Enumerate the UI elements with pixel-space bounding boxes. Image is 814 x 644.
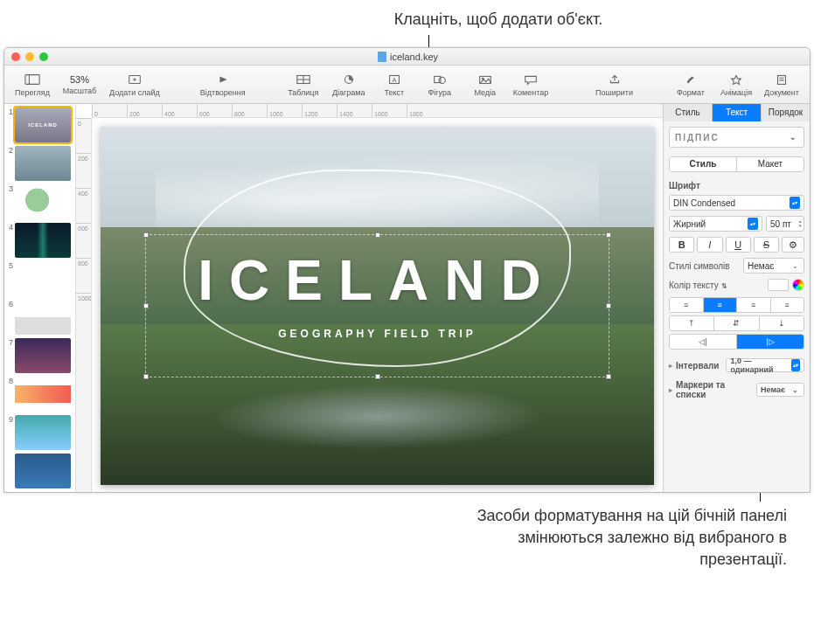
value: Немає <box>761 385 785 394</box>
resize-handle[interactable] <box>606 303 611 308</box>
color-swatch[interactable] <box>768 279 789 291</box>
chevron-down-icon: ⌄ <box>790 133 798 142</box>
play-button[interactable]: Відтворення <box>197 71 249 99</box>
color-wheel-icon[interactable] <box>792 279 804 291</box>
outdent-button[interactable]: ◁| <box>670 335 737 349</box>
font-section-label: Шрифт <box>669 181 804 190</box>
v-align-indent-row: ⤒ ⇵ ⤓ <box>669 315 804 331</box>
indent-button[interactable]: |▷ <box>737 335 804 349</box>
zoom-value: 53% <box>70 74 89 85</box>
slide[interactable]: ICELAND GEOGRAPHY FIELD TRIP <box>101 127 654 485</box>
font-advanced-button[interactable]: ⚙︎ <box>782 237 804 253</box>
label: Формат <box>677 88 705 97</box>
font-weight-select[interactable]: Жирний ▴▾ <box>669 216 762 232</box>
bullets-disclosure[interactable]: ▸ Маркери та списки Немає ⌄ <box>669 380 804 399</box>
canvas[interactable]: 020040060080010001200140016001800 020040… <box>76 104 663 492</box>
slide-thumb-5[interactable]: 5 <box>6 261 73 296</box>
font-size-input[interactable]: 50 пт ▴▾ <box>766 216 804 232</box>
tab-text[interactable]: Текст <box>713 104 762 121</box>
font-family-select[interactable]: DIN Condensed ▴▾ <box>669 195 804 211</box>
slide-thumb-2[interactable]: 2 <box>6 146 73 181</box>
thumb-image <box>15 184 71 219</box>
slide-thumb-6[interactable]: 6 <box>6 300 73 335</box>
resize-handle[interactable] <box>606 374 611 379</box>
label: Перегляд <box>15 88 50 97</box>
media-button[interactable]: Медіа <box>464 71 506 99</box>
label: Додати слайд <box>109 88 160 97</box>
tab-arrange[interactable]: Порядок <box>762 104 810 121</box>
slide-thumb-1[interactable]: 1 <box>6 107 73 142</box>
toolbar: Перегляд 53% Масштаб Додати слайд Відтво… <box>4 66 810 104</box>
thumb-image <box>15 454 71 488</box>
resize-handle[interactable] <box>606 232 611 238</box>
align-center-button[interactable]: ≡ <box>704 298 738 312</box>
font-style-buttons: B I U S ⚙︎ <box>669 237 804 253</box>
selection-box[interactable] <box>145 234 610 377</box>
resize-handle[interactable] <box>375 374 380 379</box>
subtabs: Стиль Макет <box>669 156 804 172</box>
triangle-right-icon: ▸ <box>669 386 672 394</box>
gear-icon: ⚙︎ <box>789 239 797 251</box>
chevron-down-icon: ⌄ <box>790 384 800 396</box>
thumb-image <box>15 146 71 181</box>
underline-button[interactable]: U <box>726 237 751 253</box>
comment-button[interactable]: Коментар <box>510 71 552 99</box>
paragraph-style-picker[interactable]: ПІДПИС ⌄ <box>669 127 804 148</box>
slide-thumb-4[interactable]: 4 <box>6 223 73 258</box>
slide-thumb-3[interactable]: 3 <box>6 184 73 219</box>
tab-style[interactable]: Стиль <box>664 104 713 121</box>
align-left-button[interactable]: ≡ <box>670 298 704 312</box>
slide-thumb-7[interactable]: 7 <box>6 338 73 373</box>
subtab-style[interactable]: Стиль <box>670 157 737 171</box>
share-button[interactable]: Поширити <box>592 71 637 99</box>
char-styles-select[interactable]: Немає ⌄ <box>743 258 804 274</box>
slide-thumb-8[interactable]: 8 <box>6 377 73 412</box>
resize-handle[interactable] <box>143 374 149 379</box>
updown-icon: ▴▾ <box>790 197 800 209</box>
thumb-image <box>15 300 71 335</box>
bullets-select[interactable]: Немає ⌄ <box>756 383 804 397</box>
spacing-select[interactable]: 1,0 — одинарний ▴▾ <box>726 358 804 372</box>
maximize-icon[interactable] <box>39 52 48 61</box>
resize-handle[interactable] <box>375 232 380 238</box>
svg-point-13 <box>439 77 445 83</box>
slide-thumb-9[interactable]: 9 <box>6 415 73 450</box>
chart-icon <box>340 73 358 87</box>
stepper-icon[interactable]: ▴▾ <box>799 219 802 228</box>
slide-navigator[interactable]: 1 2 3 4 5 6 7 8 9 <box>4 104 76 492</box>
spacing-disclosure[interactable]: ▸ Інтервали 1,0 — одинарний ▴▾ <box>669 358 804 372</box>
title-text: iceland.key <box>390 52 438 62</box>
chart-button[interactable]: Діаграма <box>328 71 370 99</box>
align-bottom-button[interactable]: ⤓ <box>760 316 804 330</box>
format-button[interactable]: Формат <box>670 71 712 99</box>
brush-icon <box>682 73 699 87</box>
slide-number: 2 <box>6 146 13 155</box>
slide-thumb-10[interactable] <box>6 454 73 488</box>
svg-text:A: A <box>392 75 396 83</box>
minimize-icon[interactable] <box>25 52 34 61</box>
align-right-button[interactable]: ≡ <box>737 298 771 312</box>
updown-icon: ▴▾ <box>748 218 758 230</box>
animate-button[interactable]: Анімація <box>715 71 757 99</box>
align-top-button[interactable]: ⤒ <box>670 316 714 330</box>
shape-button[interactable]: Фігура <box>419 71 461 99</box>
view-button[interactable]: Перегляд <box>11 71 53 99</box>
resize-handle[interactable] <box>143 232 149 238</box>
callout-text: Клацніть, щоб додати об'єкт. <box>394 10 603 28</box>
strike-button[interactable]: S <box>754 237 779 253</box>
subtab-layout[interactable]: Макет <box>737 157 804 171</box>
zoom-button[interactable]: 53% Масштаб <box>57 73 102 97</box>
close-icon[interactable] <box>11 52 20 61</box>
table-icon <box>295 73 312 87</box>
add-slide-button[interactable]: Додати слайд <box>106 71 163 99</box>
resize-handle[interactable] <box>143 303 149 308</box>
table-button[interactable]: Таблиця <box>282 71 324 99</box>
value: DIN Condensed <box>673 198 735 208</box>
bold-button[interactable]: B <box>669 237 694 253</box>
italic-button[interactable]: I <box>697 237 722 253</box>
align-justify-button[interactable]: ≡ <box>771 298 804 312</box>
text-button[interactable]: A Текст <box>373 71 415 99</box>
align-middle-button[interactable]: ⇵ <box>714 316 759 330</box>
document-button[interactable]: Документ <box>761 71 803 99</box>
slide-number: 1 <box>6 107 13 116</box>
